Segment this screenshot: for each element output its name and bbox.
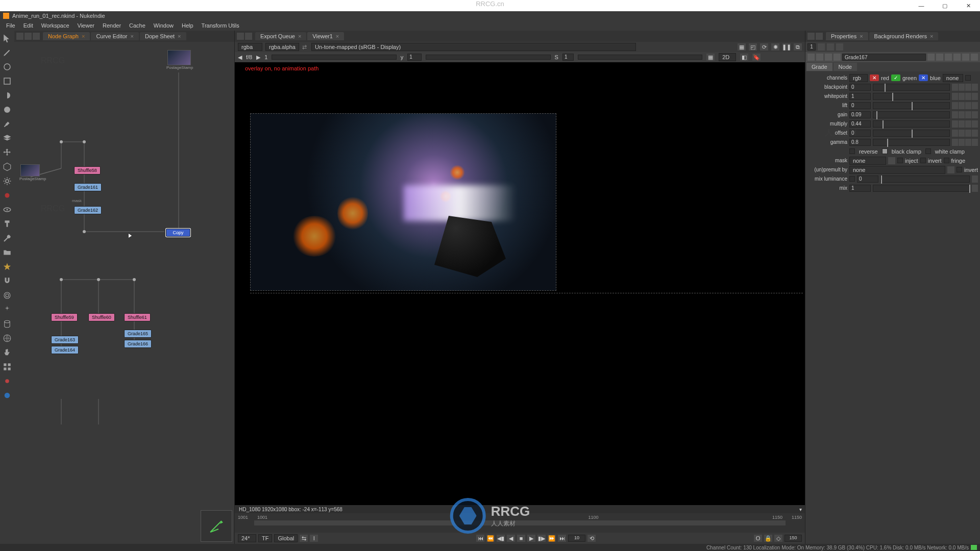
gain-slider[interactable] — [873, 111, 950, 118]
chevron-down-icon[interactable] — [807, 54, 815, 61]
tf-dropdown[interactable]: TF — [258, 534, 272, 542]
anim-icon[interactable] — [972, 120, 978, 128]
prev-arrow-icon[interactable]: ◀ — [238, 54, 242, 61]
tab-export-queue[interactable]: Export Queue× — [255, 32, 306, 40]
sparkle-icon[interactable] — [3, 305, 12, 314]
mixlum-input[interactable]: 0 — [857, 176, 878, 183]
mix-slider[interactable] — [873, 185, 970, 192]
dot-node[interactable] — [60, 140, 63, 143]
menu-transform-utils[interactable]: Transform Utils — [198, 21, 243, 30]
play-back-icon[interactable]: ◀ — [507, 535, 515, 542]
close-icon[interactable]: × — [82, 33, 85, 39]
selected-node[interactable]: Copy — [166, 229, 190, 237]
color-wheel-icon[interactable] — [959, 84, 965, 91]
panel-menu-icon[interactable] — [807, 33, 815, 40]
star-gold-icon[interactable] — [3, 262, 12, 271]
anim-icon[interactable] — [972, 111, 978, 118]
panel-menu2-icon[interactable] — [24, 33, 32, 40]
pin-icon[interactable] — [827, 43, 834, 51]
whitepoint-input[interactable]: 1 — [849, 93, 871, 100]
grade-node[interactable]: Grade162 — [74, 206, 102, 214]
grade-node[interactable]: Grade163 — [51, 336, 79, 344]
anim-icon[interactable] — [972, 93, 978, 100]
first-frame-icon[interactable]: ⏮ — [476, 535, 484, 542]
hand-icon[interactable] — [3, 348, 12, 357]
gear-icon[interactable] — [3, 177, 12, 186]
grade-node[interactable]: Grade165 — [124, 330, 152, 338]
grade-node[interactable]: Grade166 — [124, 340, 152, 348]
float-icon[interactable] — [927, 54, 935, 61]
channel-a-dropdown[interactable]: rgba — [238, 43, 262, 51]
folder-icon[interactable] — [3, 248, 12, 257]
unpremult-picker-icon[interactable] — [947, 166, 954, 173]
chan-red[interactable]: red — [881, 75, 889, 81]
capture-icon[interactable]: ⧉ — [794, 43, 802, 51]
panes-count[interactable]: 1 — [807, 43, 816, 51]
whitepoint-slider[interactable] — [873, 93, 950, 100]
color-swatch[interactable] — [952, 120, 958, 128]
s-value[interactable]: 1 — [562, 54, 574, 61]
clip-icon[interactable]: ▦ — [738, 43, 746, 51]
layers-icon[interactable] — [3, 134, 12, 143]
window-minimize-button[interactable]: — — [910, 0, 933, 11]
brush-icon[interactable] — [3, 119, 12, 129]
lock-icon[interactable]: 🔒 — [764, 535, 772, 542]
anim-icon[interactable] — [972, 130, 978, 137]
sync-icon[interactable]: ⇆ — [300, 535, 308, 542]
black-clamp-check[interactable] — [882, 148, 888, 154]
viewer-area[interactable]: overlay on, no animation path — [235, 62, 805, 505]
mixlum-slider[interactable] — [880, 176, 970, 183]
fstop-value[interactable]: f/8 — [246, 54, 252, 60]
channel-b-dropdown[interactable]: rgba.alpha — [265, 43, 299, 51]
grade-node[interactable]: Grade164 — [51, 346, 79, 354]
blackpoint-input[interactable]: 0 — [849, 84, 871, 91]
tab-node-graph[interactable]: Node Graph× — [43, 32, 90, 40]
color-wheel-icon[interactable] — [959, 93, 965, 100]
step-fwd-icon[interactable]: ▮▶ — [537, 535, 546, 542]
record-icon[interactable] — [3, 191, 12, 200]
multiply-input[interactable]: 0.44 — [849, 120, 871, 128]
color-wheel-icon[interactable] — [959, 111, 965, 118]
prev-keyframe-icon[interactable]: ⏪ — [486, 535, 495, 542]
menu-viewer[interactable]: Viewer — [74, 21, 99, 30]
menu-edit[interactable]: Edit — [19, 21, 37, 30]
color-wheel-icon[interactable] — [959, 139, 965, 146]
fringe-check[interactable] — [944, 158, 949, 163]
stop-icon[interactable]: ■ — [517, 535, 525, 542]
close-node-icon[interactable] — [971, 54, 978, 61]
mixlum-enable-check[interactable] — [849, 176, 855, 182]
expand-icon[interactable] — [965, 139, 971, 146]
undo-icon[interactable] — [945, 54, 952, 61]
expand-icon[interactable] — [965, 84, 971, 91]
inject-check[interactable] — [897, 158, 903, 163]
postage-icon[interactable] — [825, 54, 832, 61]
in-icon[interactable]: I — [310, 535, 318, 542]
bookmark-icon[interactable]: 🔖 — [752, 54, 761, 61]
shuffle-node[interactable]: Shuffle59 — [51, 313, 78, 321]
square-icon[interactable] — [3, 77, 12, 86]
eye-icon[interactable] — [3, 205, 12, 214]
reverse-check[interactable] — [849, 148, 855, 154]
minimap[interactable] — [201, 510, 232, 542]
expand-icon[interactable] — [965, 130, 971, 137]
multiply-slider[interactable] — [873, 120, 950, 128]
close-icon[interactable]: × — [178, 33, 181, 39]
range-dropdown[interactable]: Global — [274, 534, 298, 542]
anim-icon[interactable] — [972, 176, 978, 183]
step-back-icon[interactable]: ◀▮ — [497, 535, 505, 542]
cube-icon[interactable] — [3, 162, 12, 171]
tab-dope-sheet[interactable]: Dope Sheet× — [140, 32, 186, 40]
dot-node[interactable] — [133, 278, 136, 281]
timeline[interactable]: 1001 1001 1100 1150 1150 — [235, 513, 805, 533]
gamma-slider[interactable] — [426, 55, 550, 60]
anim-icon[interactable] — [972, 84, 978, 91]
menu-render[interactable]: Render — [99, 21, 125, 30]
s-slider[interactable] — [578, 55, 702, 60]
move-icon[interactable] — [3, 148, 12, 157]
color-swatch[interactable] — [952, 93, 958, 100]
tab-bg-renders[interactable]: Background Renders× — [869, 32, 939, 40]
paint-icon[interactable] — [3, 219, 12, 229]
mask-dropdown[interactable]: none — [849, 157, 886, 165]
channels-dropdown[interactable]: rgb — [849, 74, 868, 82]
dot-node[interactable] — [83, 140, 86, 143]
